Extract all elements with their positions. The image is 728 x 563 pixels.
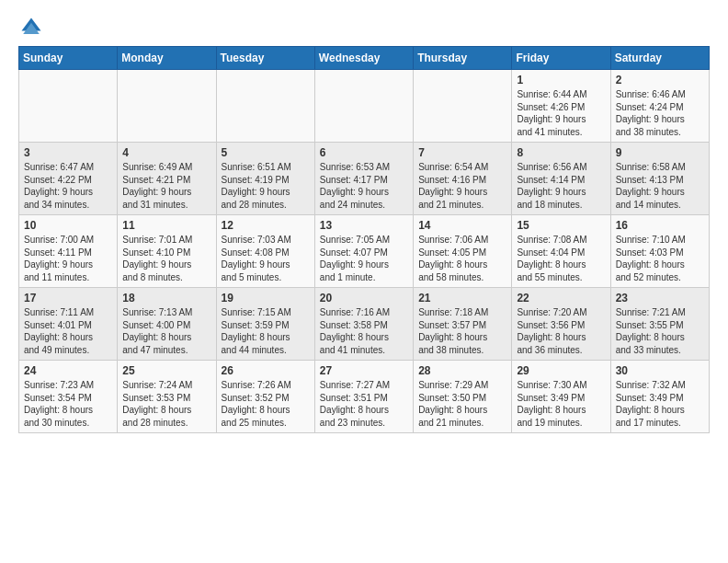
day-info: Sunrise: 6:56 AM Sunset: 4:14 PM Dayligh… <box>517 161 605 211</box>
day-number: 1 <box>517 74 605 86</box>
day-number: 10 <box>24 219 112 232</box>
calendar-cell: 16Sunrise: 7:10 AM Sunset: 4:03 PM Dayli… <box>610 215 709 288</box>
day-number: 7 <box>418 146 506 159</box>
day-number: 19 <box>222 292 310 304</box>
day-number: 5 <box>222 146 310 159</box>
calendar-cell: 30Sunrise: 7:32 AM Sunset: 3:49 PM Dayli… <box>610 361 709 433</box>
day-number: 30 <box>616 364 704 377</box>
day-number: 2 <box>616 74 704 86</box>
day-number: 14 <box>418 219 506 232</box>
calendar-cell: 19Sunrise: 7:15 AM Sunset: 3:59 PM Dayli… <box>216 288 314 361</box>
day-number: 25 <box>122 364 210 377</box>
day-info: Sunrise: 6:44 AM Sunset: 4:26 PM Dayligh… <box>517 88 605 138</box>
day-number: 24 <box>24 364 112 377</box>
day-number: 17 <box>24 292 112 304</box>
day-number: 22 <box>517 292 605 304</box>
weekday-header-tuesday: Tuesday <box>216 47 314 70</box>
day-number: 11 <box>122 219 210 232</box>
calendar-cell: 9Sunrise: 6:58 AM Sunset: 4:13 PM Daylig… <box>610 143 709 215</box>
day-info: Sunrise: 6:51 AM Sunset: 4:19 PM Dayligh… <box>222 161 310 211</box>
day-number: 21 <box>418 292 506 304</box>
day-number: 12 <box>222 219 310 232</box>
day-info: Sunrise: 7:08 AM Sunset: 4:04 PM Dayligh… <box>517 234 605 283</box>
calendar-cell: 13Sunrise: 7:05 AM Sunset: 4:07 PM Dayli… <box>314 215 413 288</box>
calendar-cell: 20Sunrise: 7:16 AM Sunset: 3:58 PM Dayli… <box>314 288 413 361</box>
calendar-cell: 22Sunrise: 7:20 AM Sunset: 3:56 PM Dayli… <box>512 288 610 361</box>
day-info: Sunrise: 7:32 AM Sunset: 3:49 PM Dayligh… <box>616 379 704 429</box>
calendar-cell: 29Sunrise: 7:30 AM Sunset: 3:49 PM Dayli… <box>512 361 610 433</box>
day-info: Sunrise: 7:30 AM Sunset: 3:49 PM Dayligh… <box>517 379 605 429</box>
calendar-cell: 7Sunrise: 6:54 AM Sunset: 4:16 PM Daylig… <box>414 143 512 215</box>
calendar-cell: 3Sunrise: 6:47 AM Sunset: 4:22 PM Daylig… <box>19 143 118 215</box>
day-info: Sunrise: 6:46 AM Sunset: 4:24 PM Dayligh… <box>616 88 704 138</box>
day-info: Sunrise: 6:54 AM Sunset: 4:16 PM Dayligh… <box>418 161 506 211</box>
day-number: 20 <box>320 292 408 304</box>
calendar-cell <box>118 70 216 143</box>
day-number: 6 <box>320 146 408 159</box>
day-number: 16 <box>616 219 704 232</box>
header <box>18 15 710 40</box>
calendar-cell: 23Sunrise: 7:21 AM Sunset: 3:55 PM Dayli… <box>610 288 709 361</box>
day-info: Sunrise: 7:23 AM Sunset: 3:54 PM Dayligh… <box>24 379 112 429</box>
day-number: 15 <box>517 219 605 232</box>
day-number: 27 <box>320 364 408 377</box>
day-info: Sunrise: 7:26 AM Sunset: 3:52 PM Dayligh… <box>222 379 310 429</box>
day-info: Sunrise: 7:15 AM Sunset: 3:59 PM Dayligh… <box>222 306 310 356</box>
calendar-cell <box>19 70 118 143</box>
week-row-5: 24Sunrise: 7:23 AM Sunset: 3:54 PM Dayli… <box>19 361 710 433</box>
page: SundayMondayTuesdayWednesdayThursdayFrid… <box>0 0 728 563</box>
week-row-3: 10Sunrise: 7:00 AM Sunset: 4:11 PM Dayli… <box>19 215 710 288</box>
calendar-cell: 11Sunrise: 7:01 AM Sunset: 4:10 PM Dayli… <box>118 215 216 288</box>
day-info: Sunrise: 7:05 AM Sunset: 4:07 PM Dayligh… <box>320 234 408 283</box>
calendar-cell: 4Sunrise: 6:49 AM Sunset: 4:21 PM Daylig… <box>118 143 216 215</box>
day-number: 28 <box>418 364 506 377</box>
weekday-header-monday: Monday <box>118 47 216 70</box>
week-row-1: 1Sunrise: 6:44 AM Sunset: 4:26 PM Daylig… <box>19 70 710 143</box>
day-number: 13 <box>320 219 408 232</box>
day-info: Sunrise: 7:06 AM Sunset: 4:05 PM Dayligh… <box>418 234 506 283</box>
weekday-header-row: SundayMondayTuesdayWednesdayThursdayFrid… <box>19 47 710 70</box>
day-info: Sunrise: 7:29 AM Sunset: 3:50 PM Dayligh… <box>418 379 506 429</box>
calendar-cell: 10Sunrise: 7:00 AM Sunset: 4:11 PM Dayli… <box>19 215 118 288</box>
weekday-header-saturday: Saturday <box>610 47 709 70</box>
calendar-cell: 26Sunrise: 7:26 AM Sunset: 3:52 PM Dayli… <box>216 361 314 433</box>
day-info: Sunrise: 7:27 AM Sunset: 3:51 PM Dayligh… <box>320 379 408 429</box>
weekday-header-thursday: Thursday <box>414 47 512 70</box>
day-info: Sunrise: 6:53 AM Sunset: 4:17 PM Dayligh… <box>320 161 408 211</box>
day-info: Sunrise: 7:03 AM Sunset: 4:08 PM Dayligh… <box>222 234 310 283</box>
calendar-cell: 1Sunrise: 6:44 AM Sunset: 4:26 PM Daylig… <box>512 70 610 143</box>
day-number: 26 <box>222 364 310 377</box>
calendar-cell <box>314 70 413 143</box>
calendar-cell: 5Sunrise: 6:51 AM Sunset: 4:19 PM Daylig… <box>216 143 314 215</box>
day-number: 18 <box>122 292 210 304</box>
day-info: Sunrise: 7:20 AM Sunset: 3:56 PM Dayligh… <box>517 306 605 356</box>
calendar-cell: 21Sunrise: 7:18 AM Sunset: 3:57 PM Dayli… <box>414 288 512 361</box>
day-number: 29 <box>517 364 605 377</box>
day-number: 8 <box>517 146 605 159</box>
calendar-cell: 2Sunrise: 6:46 AM Sunset: 4:24 PM Daylig… <box>610 70 709 143</box>
calendar-cell <box>216 70 314 143</box>
calendar-cell: 8Sunrise: 6:56 AM Sunset: 4:14 PM Daylig… <box>512 143 610 215</box>
day-number: 23 <box>616 292 704 304</box>
day-info: Sunrise: 7:00 AM Sunset: 4:11 PM Dayligh… <box>24 234 112 283</box>
calendar-table: SundayMondayTuesdayWednesdayThursdayFrid… <box>18 46 710 433</box>
calendar-cell: 6Sunrise: 6:53 AM Sunset: 4:17 PM Daylig… <box>314 143 413 215</box>
calendar-cell: 15Sunrise: 7:08 AM Sunset: 4:04 PM Dayli… <box>512 215 610 288</box>
day-info: Sunrise: 7:18 AM Sunset: 3:57 PM Dayligh… <box>418 306 506 356</box>
calendar-cell: 12Sunrise: 7:03 AM Sunset: 4:08 PM Dayli… <box>216 215 314 288</box>
logo-icon <box>18 15 44 40</box>
weekday-header-friday: Friday <box>512 47 610 70</box>
calendar-cell: 14Sunrise: 7:06 AM Sunset: 4:05 PM Dayli… <box>414 215 512 288</box>
day-info: Sunrise: 7:10 AM Sunset: 4:03 PM Dayligh… <box>616 234 704 283</box>
calendar-cell: 17Sunrise: 7:11 AM Sunset: 4:01 PM Dayli… <box>19 288 118 361</box>
day-info: Sunrise: 7:21 AM Sunset: 3:55 PM Dayligh… <box>616 306 704 356</box>
calendar-cell: 24Sunrise: 7:23 AM Sunset: 3:54 PM Dayli… <box>19 361 118 433</box>
calendar-cell: 28Sunrise: 7:29 AM Sunset: 3:50 PM Dayli… <box>414 361 512 433</box>
day-info: Sunrise: 7:13 AM Sunset: 4:00 PM Dayligh… <box>122 306 210 356</box>
week-row-2: 3Sunrise: 6:47 AM Sunset: 4:22 PM Daylig… <box>19 143 710 215</box>
day-info: Sunrise: 7:16 AM Sunset: 3:58 PM Dayligh… <box>320 306 408 356</box>
calendar-cell: 27Sunrise: 7:27 AM Sunset: 3:51 PM Dayli… <box>314 361 413 433</box>
week-row-4: 17Sunrise: 7:11 AM Sunset: 4:01 PM Dayli… <box>19 288 710 361</box>
calendar-cell: 18Sunrise: 7:13 AM Sunset: 4:00 PM Dayli… <box>118 288 216 361</box>
day-info: Sunrise: 7:24 AM Sunset: 3:53 PM Dayligh… <box>122 379 210 429</box>
